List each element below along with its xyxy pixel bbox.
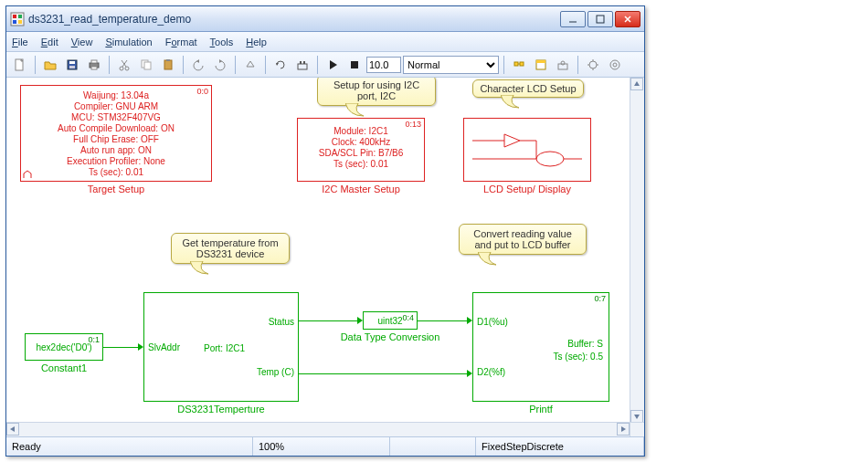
- svg-marker-25: [219, 59, 222, 63]
- svg-marker-24: [196, 59, 199, 63]
- maximize-button[interactable]: [587, 11, 613, 27]
- play-icon[interactable]: [323, 55, 343, 75]
- port-slvaddr: SlvAddr: [148, 342, 180, 352]
- app-icon: [10, 12, 25, 26]
- sim-time-input[interactable]: [366, 57, 401, 73]
- lib-browser-icon[interactable]: [509, 55, 529, 75]
- svg-rect-12: [69, 66, 75, 68]
- menu-edit[interactable]: Edit: [41, 37, 58, 47]
- port-d1: D1(%u): [477, 317, 508, 327]
- subsystem-icon: [23, 170, 32, 179]
- window-title: ds3231_read_temperature_demo: [28, 13, 560, 26]
- model-canvas[interactable]: 0:0 Waijung: 13.04a Compiler: GNU ARM MC…: [6, 78, 644, 437]
- toolbar: Normal: [6, 52, 644, 78]
- status-zoom: 100%: [253, 437, 390, 456]
- block-target-setup[interactable]: 0:0 Waijung: 13.04a Compiler: GNU ARM MC…: [20, 85, 212, 182]
- stop-icon[interactable]: [344, 55, 365, 75]
- undo-icon[interactable]: [188, 55, 208, 75]
- svg-rect-2: [18, 15, 22, 18]
- svg-point-46: [613, 63, 617, 67]
- menu-tools[interactable]: Tools: [210, 37, 234, 47]
- svg-marker-26: [247, 61, 254, 67]
- svg-rect-37: [536, 60, 545, 63]
- block-ds3231[interactable]: SlvAddr Port: I2C1 Status Temp (C): [143, 292, 299, 402]
- svg-rect-32: [351, 61, 358, 68]
- new-icon[interactable]: [10, 55, 30, 75]
- status-empty: [390, 437, 476, 456]
- debug-icon[interactable]: [583, 55, 603, 75]
- close-button[interactable]: [615, 11, 640, 27]
- vertical-scrollbar[interactable]: [630, 78, 644, 423]
- priority-label: 0:1: [88, 335, 100, 344]
- svg-point-45: [610, 60, 619, 69]
- model-explorer-icon[interactable]: [531, 55, 551, 75]
- svg-rect-30: [303, 61, 305, 64]
- svg-rect-33: [514, 62, 518, 66]
- scroll-corner: [630, 422, 644, 436]
- svg-line-18: [122, 60, 127, 67]
- block-i2c-master[interactable]: 0:13 Module: I2C1 Clock: 400kHz SDA/SCL …: [297, 118, 425, 182]
- svg-rect-4: [18, 20, 22, 24]
- svg-marker-55: [634, 415, 640, 419]
- svg-marker-27: [276, 63, 279, 66]
- config-icon[interactable]: [553, 55, 573, 75]
- status-solver: FixedStepDiscrete: [476, 437, 644, 456]
- block-lcd-setup[interactable]: [463, 118, 591, 182]
- buffer-label: Buffer: S: [567, 339, 603, 349]
- ts-label: Ts (sec): 0.5: [554, 352, 603, 362]
- wire: [299, 320, 359, 321]
- callout-lcd: Character LCD Setup: [472, 79, 584, 98]
- refresh-icon[interactable]: [270, 55, 291, 75]
- priority-label: 0:7: [594, 294, 606, 303]
- block-dtc[interactable]: 0:4 uint32: [363, 311, 418, 330]
- port-d2: D2(%f): [477, 367, 505, 377]
- redo-icon[interactable]: [210, 55, 230, 75]
- priority-label: 0:13: [405, 120, 421, 129]
- svg-rect-14: [91, 60, 97, 63]
- menu-view[interactable]: View: [71, 37, 93, 47]
- block-dtc-label: Data Type Conversion: [335, 331, 445, 342]
- block-printf[interactable]: 0:7 D1(%u) D2(%f) Buffer: S Ts (sec): 0.…: [472, 292, 609, 402]
- block-printf-label: Printf: [472, 404, 609, 415]
- svg-rect-28: [298, 64, 307, 69]
- svg-point-16: [120, 67, 123, 70]
- copy-icon[interactable]: [136, 55, 156, 75]
- svg-rect-23: [166, 59, 170, 61]
- svg-point-51: [536, 152, 564, 166]
- svg-marker-31: [330, 60, 337, 69]
- up-icon[interactable]: [240, 55, 260, 75]
- open-icon[interactable]: [40, 55, 60, 75]
- wire: [299, 373, 469, 374]
- lcd-diagram-icon: [472, 127, 582, 173]
- sim-mode-select[interactable]: Normal: [403, 56, 499, 74]
- statusbar: Ready 100% FixedStepDiscrete: [6, 437, 644, 456]
- menu-file[interactable]: File: [12, 37, 28, 47]
- arrow-icon: [357, 317, 363, 324]
- menu-help[interactable]: Help: [246, 37, 267, 47]
- save-icon[interactable]: [62, 55, 82, 75]
- callout-i2c: Setup for using I2C port, I2C: [317, 78, 436, 106]
- paste-icon[interactable]: [158, 55, 178, 75]
- menubar: File Edit View Simulation Format Tools H…: [6, 32, 644, 52]
- horizontal-scrollbar[interactable]: [6, 422, 630, 436]
- callout-convert: Convert reading value and put to LCD buf…: [459, 224, 587, 255]
- svg-rect-21: [144, 62, 151, 69]
- app-window: ds3231_read_temperature_demo File Edit V…: [5, 5, 645, 457]
- block-constant1[interactable]: 0:1 hex2dec('D0'): [25, 333, 103, 361]
- print-icon[interactable]: [84, 55, 104, 75]
- titlebar: ds3231_read_temperature_demo: [6, 6, 644, 32]
- menu-simulation[interactable]: Simulation: [105, 37, 152, 47]
- svg-marker-57: [621, 426, 626, 432]
- callout-temp: Get temperature from DS3231 device: [171, 233, 290, 264]
- priority-label: 0:4: [402, 313, 414, 322]
- cut-icon[interactable]: [114, 55, 134, 75]
- port-temp: Temp (C): [257, 367, 294, 377]
- build-icon[interactable]: [292, 55, 312, 75]
- target-icon[interactable]: [605, 55, 625, 75]
- block-lcd-label: LCD Setup/ Display: [463, 184, 591, 194]
- svg-rect-15: [91, 67, 97, 69]
- minimize-button[interactable]: [560, 11, 586, 27]
- svg-marker-48: [504, 134, 520, 147]
- menu-format[interactable]: Format: [165, 37, 197, 47]
- svg-rect-34: [520, 62, 524, 66]
